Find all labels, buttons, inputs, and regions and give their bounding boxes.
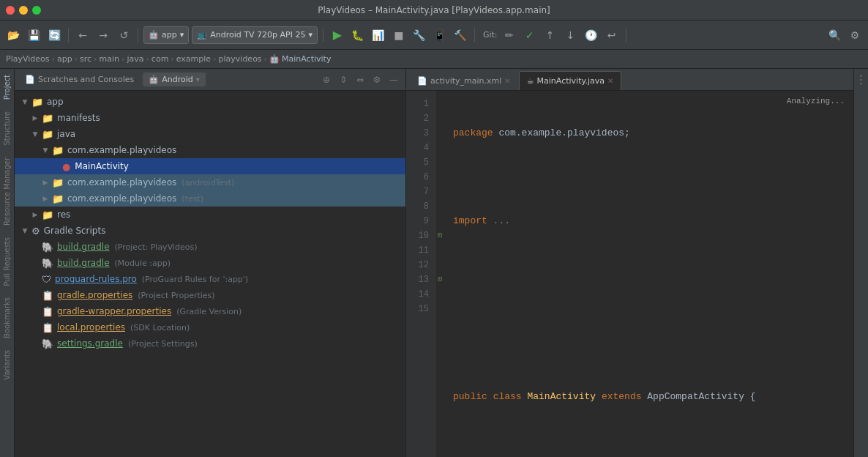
sublabel-test: (test) [182, 194, 203, 204]
settings-button[interactable]: ⚙ [846, 26, 864, 44]
tree-item-build-gradle-module[interactable]: 🐘 build.gradle (Module :app) [15, 255, 405, 271]
pull-requests-tab[interactable]: Pull Requests [1, 231, 12, 292]
ln-7: 7 [406, 185, 429, 199]
project-tab[interactable]: Project [1, 69, 12, 105]
scratches-tab[interactable]: 📄 Scratches and Consoles [19, 73, 140, 86]
git-label: Git: [483, 30, 498, 40]
label-gradle-properties: gradle.properties [57, 290, 132, 300]
panel-collapse-icon[interactable]: ⇔ [353, 73, 367, 87]
panel-gear-icon[interactable]: ⚙ [370, 73, 384, 87]
fold-9 [435, 214, 444, 228]
label-mainactivity: MainActivity [75, 161, 129, 171]
panel-toolbar-right: ⊕ ⇕ ⇔ ⚙ — [319, 73, 401, 87]
arrow-res: ▶ [31, 210, 40, 219]
breadcrumb-playvideos2[interactable]: playvideos [219, 54, 262, 64]
git-check-icon[interactable]: ✓ [521, 26, 539, 44]
structure-tab[interactable]: Structure [1, 105, 12, 152]
tree-item-res[interactable]: ▶ 📁 res [15, 207, 405, 223]
search-button[interactable]: 🔍 [826, 26, 843, 44]
fold-gutter: ⊡ ⊡ [435, 91, 444, 457]
resource-manager-tab[interactable]: Resource Manager [1, 152, 12, 231]
tree-item-java[interactable]: ▼ 📁 java [15, 126, 405, 142]
git-history-icon[interactable]: 🕐 [583, 26, 600, 44]
breadcrumb-main[interactable]: main [100, 54, 119, 64]
android-tab[interactable]: 🤖 Android ▾ [143, 73, 206, 86]
maximize-button[interactable] [32, 6, 41, 15]
tree-item-test[interactable]: ▶ 📁 com.example.playvideos (test) [15, 190, 405, 207]
breadcrumb-java[interactable]: java [127, 54, 143, 64]
more-icon[interactable]: ⋮ [854, 72, 869, 86]
tree-item-proguard[interactable]: 🛡 proguard-rules.pro (ProGuard Rules for… [15, 271, 405, 287]
tree-item-settings-gradle[interactable]: 🐘 settings.gradle (Project Settings) [15, 335, 405, 352]
gradle-sync-icon[interactable]: 🔧 [411, 26, 428, 44]
tree-item-package[interactable]: ▼ 📁 com.example.playvideos [15, 142, 405, 158]
breadcrumb-app[interactable]: app [57, 54, 72, 64]
minimize-button[interactable] [19, 6, 28, 15]
app-label: app [162, 30, 177, 40]
sublabel-android-test: (androidTest) [182, 178, 234, 187]
panel-add-icon[interactable]: ⊕ [319, 73, 334, 87]
git-pencil-icon[interactable]: ✏️ [501, 26, 518, 44]
device-dropdown[interactable]: 📺 Android TV 720p API 25 ▾ [192, 26, 318, 44]
open-icon[interactable]: 📂 [4, 26, 22, 44]
fold-14 [435, 287, 444, 302]
tree-item-app[interactable]: ▼ 📁 app [15, 94, 405, 110]
tree-item-build-gradle-project[interactable]: 🐘 build.gradle (Project: PlayVideos) [15, 239, 405, 255]
tab-activity-main-xml[interactable]: 📄 activity_main.xml ✕ [409, 71, 519, 90]
ln-15: 15 [406, 302, 429, 316]
close-button[interactable] [6, 6, 15, 15]
git-down-icon[interactable]: ↓ [562, 26, 580, 44]
gradle-wrapper-icon: 📋 [42, 306, 53, 317]
profile-icon[interactable]: 📊 [370, 26, 387, 44]
save-icon[interactable]: 💾 [25, 26, 42, 44]
bookmarks-tab[interactable]: Bookmarks [1, 291, 12, 344]
stop-icon[interactable]: ■ [390, 26, 408, 44]
avd-icon[interactable]: 📱 [431, 26, 449, 44]
label-java: java [57, 129, 75, 139]
tree-item-gradle-scripts[interactable]: ▼ ⚙ Gradle Scripts [15, 223, 405, 239]
code-line-8 [453, 434, 845, 448]
tree-item-local-properties[interactable]: 📋 local.properties (SDK Location) [15, 319, 405, 335]
variants-tab[interactable]: Variants [1, 344, 12, 386]
code-editor[interactable]: Analyzing... 1 2 3 4 5 6 7 8 9 10 11 12 … [406, 91, 853, 457]
sublabel-local-properties: (SDK Location) [130, 323, 190, 332]
ln-14: 14 [406, 287, 429, 302]
git-up-icon[interactable]: ↑ [542, 26, 559, 44]
code-line-7: public class MainActivity extends AppCom… [453, 390, 845, 404]
breadcrumb-playvideos[interactable]: PlayVideos [6, 54, 50, 64]
forward-icon[interactable]: → [94, 26, 112, 44]
undo-icon[interactable]: ↺ [115, 26, 132, 44]
tree-item-gradle-wrapper[interactable]: 📋 gradle-wrapper.properties (Gradle Vers… [15, 303, 405, 319]
arrow-proguard [31, 275, 40, 283]
breadcrumb-mainactivity[interactable]: MainActivity [282, 54, 331, 64]
fold-10[interactable]: ⊡ [435, 228, 444, 243]
sublabel-settings-gradle: (Project Settings) [128, 339, 198, 349]
fold-13[interactable]: ⊡ [435, 272, 444, 287]
android-tab-arrow[interactable]: ▾ [196, 75, 200, 83]
separator-2 [138, 28, 138, 42]
tree-item-android-test[interactable]: ▶ 📁 com.example.playvideos (androidTest) [15, 174, 405, 190]
editor-tabs: 📄 activity_main.xml ✕ ☕ MainActivity.jav… [406, 69, 853, 91]
app-dropdown[interactable]: 🤖 app ▾ [143, 26, 189, 44]
back-icon[interactable]: ← [74, 26, 91, 44]
sync-icon[interactable]: 🔄 [45, 26, 63, 44]
code-content[interactable]: package com.example.playvideos; import .… [444, 91, 853, 457]
breadcrumb-example[interactable]: example [176, 54, 211, 64]
arrow-build-gradle-project [31, 242, 40, 251]
panel-expand-icon[interactable]: ⇕ [336, 73, 351, 87]
sdk-icon[interactable]: 🔨 [452, 26, 469, 44]
tree-item-manifests[interactable]: ▶ 📁 manifests [15, 110, 405, 126]
breadcrumb-com[interactable]: com [151, 54, 169, 64]
tree-item-mainactivity[interactable]: ● MainActivity [15, 158, 405, 174]
java-tab-close[interactable]: ✕ [607, 77, 613, 85]
breadcrumb-src[interactable]: src [80, 54, 91, 64]
debug-icon[interactable]: 🐛 [349, 26, 367, 44]
tree-item-gradle-properties[interactable]: 📋 gradle.properties (Project Properties) [15, 287, 405, 303]
panel-close-icon[interactable]: — [386, 73, 401, 87]
sublabel-build-gradle-project: (Project: PlayVideos) [115, 242, 198, 252]
tab-mainactivity-java[interactable]: ☕ MainActivity.java ✕ [519, 71, 622, 90]
git-revert-icon[interactable]: ↩ [603, 26, 621, 44]
right-sidebar: ⋮ [853, 69, 868, 457]
run-button[interactable]: ▶ [329, 26, 346, 44]
xml-tab-close[interactable]: ✕ [504, 77, 510, 85]
